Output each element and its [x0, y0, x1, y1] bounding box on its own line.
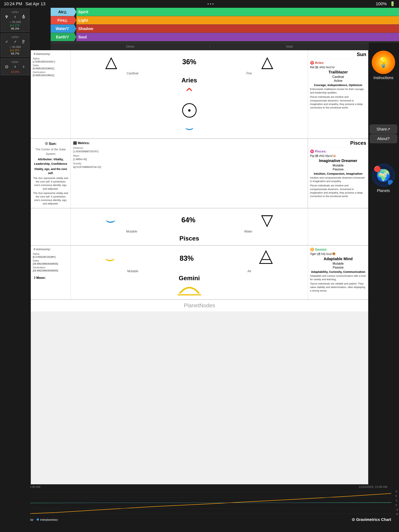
- pisces-label-display: Pisces: [308, 139, 368, 147]
- earth-label: Earth ▽: [51, 33, 74, 41]
- instructions-label: Instructions: [373, 76, 393, 80]
- planets-icon: 🌍 🔴 🔵: [372, 164, 395, 187]
- aries-title: Trailblazer: [310, 70, 366, 74]
- aries-red-chevron: ⌃: [73, 85, 306, 101]
- shadow-fill: Shadow: [76, 25, 399, 33]
- mass-metric: Mass: [1.9885e+30]: [73, 154, 305, 161]
- distance-metric: Distance: [1.00303568887253767]: [73, 146, 305, 153]
- fire-label: Fire △: [51, 16, 74, 24]
- gemini-desc2: Taurus individuals are reliable and pati…: [310, 282, 366, 293]
- panel1-percent: 96.3%: [3, 27, 28, 30]
- aries-center: △ 36% △ Cardinal Fire Aries ⌃ ⌣: [71, 50, 308, 139]
- aries-modality-display: Cardinal: [310, 75, 366, 79]
- chart-bottom: global stellar interplanetary ⊙ Gravimet…: [0, 516, 399, 523]
- pisces-desc2: Pisces individuals are intuitive and com…: [310, 184, 366, 198]
- status-time: 10:24 PM: [4, 1, 22, 6]
- aries-right-col: Sun ♈ Aries: Rat (鼠 shǔ) /su1/🐭 Trailbla…: [308, 50, 368, 139]
- gemini-decl: Declination: [28.4992399639348555]: [33, 266, 69, 272]
- sun-label-row: Sun: [308, 50, 368, 59]
- pisces-tags: Mutable Water: [73, 230, 306, 233]
- aries-desc1: Enthusiastic trailblazers known for thei…: [310, 88, 366, 95]
- aries-triangle-right: △: [261, 54, 273, 70]
- sun-desc-row: ☉ Sun: The Center of the Solar System At…: [31, 139, 368, 208]
- pisces-title: Imaginative Dreamer: [310, 158, 366, 163]
- gemini-yellow-cup: ⌣: [105, 251, 115, 266]
- fire-bar[interactable]: Fire △ Light: [51, 16, 399, 25]
- aries-astro-title: ♃ Astronomy:: [33, 52, 69, 56]
- air-label: Air △: [51, 8, 74, 16]
- chart-area: 9630-3-6 9630-3-6: [8, 489, 391, 516]
- planets-label: Planets: [377, 189, 390, 193]
- planets-button[interactable]: 🌍 🔴 🔵 Planets: [370, 164, 397, 193]
- gemini-delta: Delta: [28.4992399639348555]: [33, 259, 69, 265]
- gemini-desc1: Adaptable and curious communicators with…: [310, 274, 366, 281]
- aries-astronomy-panel: ♃ Astronomy: Alpha: [1.52921852414341°] …: [31, 50, 71, 139]
- panel2-orbit: ○ 30.008: [3, 45, 28, 49]
- status-bar: 10:24 PM Sat Apr 13 • • • 100% 🔋: [0, 0, 399, 8]
- panel3-title: <1/1>: [3, 60, 28, 63]
- about-button[interactable]: About?: [370, 134, 397, 143]
- extra-top-bar: Omni Void: [51, 43, 369, 50]
- left-sidebar: <1/1> ♆ ♀ ⛢ ○ 30.008 [+1.1°]↑ 96.3% <1/1…: [0, 8, 30, 532]
- sidebar-panel-3: <1/1> ⊙ ♀ ♀ 23.9%: [1, 58, 29, 75]
- instructions-icon: 💡: [372, 51, 395, 74]
- three-dots: • • •: [207, 2, 214, 6]
- gemini-traits: Adaptability, Curiosity, Communication: [310, 270, 366, 273]
- aries-right-info: ♈ Aries: Rat (鼠 shǔ) /su1/🐭 Trailblazer …: [308, 59, 368, 112]
- earth-bar[interactable]: Earth ▽ Soul: [51, 33, 399, 41]
- aries-percent: 36%: [182, 58, 196, 66]
- water-label: Water ▽: [51, 25, 74, 33]
- chart-title: ⊙ Gravimetrics Chart: [352, 517, 391, 522]
- gemini-tags: Mutable Air: [73, 270, 306, 273]
- panel2-symbols: ♂ ♂ ♇: [3, 39, 28, 44]
- aries-triangle-left: △: [105, 54, 117, 70]
- gemini-percent: 83%: [180, 254, 194, 262]
- gemini-triangle: [258, 249, 274, 267]
- gravity-metric: Gravity: α[3.51973388842974e+22]: [73, 162, 305, 169]
- gemini-right-col: ♊ Gemini: Tiger (虎 hǔ) /xu1/🐯 Adaptable …: [308, 246, 368, 299]
- pisces-label-row: Pisces ♓ Pisces: Pig (猪 zhū) /dʒu1/🐷 Ima…: [308, 139, 368, 208]
- main-scroll-area[interactable]: ♃ Astronomy: Alpha: [1.52921852414341°] …: [31, 50, 368, 484]
- panel3-symbols: ⊙ ♀ ♀: [3, 64, 28, 69]
- moon-label: ☽ Moon:: [33, 276, 69, 280]
- aries-symbol-row: △ 36% △: [73, 52, 306, 72]
- air-bar[interactable]: Air △ Spirit: [51, 8, 399, 16]
- share-button[interactable]: Share↗: [370, 125, 397, 133]
- panel2-percent: 93.7%: [3, 52, 28, 55]
- pisces-passive: Passive: [310, 168, 366, 171]
- aries-delta-label: Delta: [9.58951061536631]: [33, 64, 69, 70]
- chart-timestamps: 11/21/2023, 12:00 AM 11/22/2023, 12:00 A…: [0, 484, 399, 489]
- status-right: 100% 🔋: [376, 1, 395, 6]
- gemini-astro-title: ♃ Astronomy:: [33, 247, 69, 251]
- gemini-passive: Passive: [310, 266, 366, 269]
- aries-animal: Rat (鼠 shǔ) /su1/🐭: [310, 66, 366, 69]
- sun-desc1: The Sun represents vitality and the core…: [33, 177, 68, 191]
- instructions-button[interactable]: 💡 Instructions: [370, 51, 397, 80]
- water-bar[interactable]: Water ▽ Shadow: [51, 25, 399, 33]
- metrics-panel: ⬛ Metrics: Distance: [1.0030356888725376…: [71, 139, 308, 208]
- legend-interplanetary: interplanetary: [37, 518, 58, 521]
- sun-attributes: Attributes: Vitality, Leadership, Confid…: [33, 157, 68, 166]
- aries-desc2: Pisces individuals are intuitive and com…: [310, 95, 366, 109]
- sun-desc2: The Sun represents vitality and the core…: [33, 191, 68, 206]
- interplanetary-dot: [37, 518, 39, 521]
- pisces-center-row: ⌣ 64% ▽ Mutable Water Pisces: [31, 208, 368, 246]
- pisces-right-info: ♓ Pisces: Pig (猪 zhū) /dʒu1/🐷 Imaginativ…: [308, 147, 368, 201]
- pisces-desc1: Intuitive and compassionate dreamers imm…: [310, 176, 366, 183]
- status-day: Sat Apr 13: [25, 1, 45, 6]
- gemini-center: ⌣ 83% Mutable Air Gemini: [71, 246, 308, 299]
- gemini-symbol-row: ⌣ 83%: [73, 247, 306, 270]
- aries-traits: Courage, Independence, Optimism: [310, 83, 366, 87]
- panel1-symbols: ♆ ♀ ⛢: [3, 14, 28, 19]
- aries-cup-symbol: ⌣: [73, 120, 306, 136]
- svg-marker-2: [260, 251, 272, 263]
- gemini-sign-name: Gemini: [73, 275, 306, 282]
- aries-tags: Cardinal Fire: [73, 72, 306, 75]
- gemini-row: ♃ Astronomy: Alpha: [6.47456336720298?] …: [31, 246, 368, 300]
- panel2-angle: [+1.9°]↑: [3, 49, 28, 52]
- planet-nodes-label: PlanetNodes: [31, 300, 368, 311]
- gemini-header: ♊ Gemini:: [310, 247, 366, 252]
- soul-fill: Soul: [76, 33, 399, 41]
- gemini-modality-display: Mutable: [310, 262, 366, 266]
- aries-header: ♈ Aries:: [310, 61, 366, 65]
